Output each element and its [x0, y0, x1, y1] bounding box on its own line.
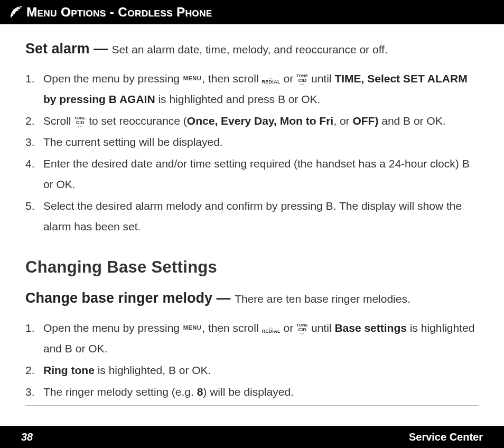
changing-base-heading: Changing Base Settings [25, 252, 479, 282]
list-item: 5. Select the desired alarm melody and c… [25, 196, 479, 237]
step-body: Enter the desired date and/or time setti… [43, 154, 479, 195]
set-alarm-desc: Set an alarm date, time, melody, and reo… [112, 43, 388, 55]
page-number: 38 [21, 431, 33, 443]
menu-key-icon: MENU [183, 75, 202, 81]
step-number: 3. [25, 132, 43, 153]
step-body: Select the desired alarm melody and conf… [43, 196, 479, 237]
step-number: 4. [25, 154, 43, 195]
step-number: 2. [25, 111, 43, 132]
redial-up-key-icon: ︿REDIAL [262, 76, 280, 85]
bold-text: OFF) [352, 115, 378, 127]
list-item: 4. Enter the desired date and/or time se… [25, 154, 479, 195]
footer-bar: 38 Service Center [0, 426, 504, 448]
list-item: 3. The ringer melody setting (e.g. 8) wi… [25, 382, 479, 403]
bold-text: Base settings [334, 322, 407, 334]
redial-up-key-icon: ︿REDIAL [262, 325, 280, 334]
step-body: Scroll TONECID﹀ to set reoccurance (Once… [43, 111, 479, 132]
tone-cid-down-key-icon: TONECID﹀ [296, 323, 308, 336]
step-body: Ring tone is highlighted, B or OK. [43, 360, 479, 381]
step-number: 3. [25, 382, 43, 403]
step-body: Open the menu by pressing MENU, then scr… [43, 318, 479, 359]
page-content: Set alarm — Set an alarm date, time, mel… [0, 24, 504, 426]
step-body: Open the menu by pressing MENU, then scr… [43, 69, 479, 110]
header-bar: Menu Options - Cordless Phone [0, 0, 504, 24]
list-item: 3. The current setting will be displayed… [25, 132, 479, 153]
set-alarm-steps: 1. Open the menu by pressing MENU, then … [25, 69, 479, 237]
change-ringer-desc: There are ten base ringer melodies. [235, 293, 410, 305]
set-alarm-heading: Set alarm [25, 41, 90, 57]
dash: — [212, 290, 235, 306]
menu-key-icon: MENU [183, 324, 202, 331]
bold-text: Once, Every Day, Mon to Fri [187, 115, 333, 127]
signal-arc-icon [10, 5, 23, 19]
change-ringer-heading: Change base ringer melody [25, 290, 212, 306]
manual-page: Menu Options - Cordless Phone Set alarm … [0, 0, 504, 448]
list-item: 2. Scroll TONECID﹀ to set reoccurance (O… [25, 111, 479, 132]
step-number: 1. [25, 318, 43, 359]
bold-text: Ring tone [43, 364, 95, 376]
section-set-alarm: Set alarm — Set an alarm date, time, mel… [25, 36, 479, 237]
change-ringer-steps: 1. Open the menu by pressing MENU, then … [25, 318, 479, 402]
list-item: 1. Open the menu by pressing MENU, then … [25, 69, 479, 110]
section-change-ringer: Change base ringer melody — There are te… [25, 285, 479, 402]
header-title: Menu Options - Cordless Phone [26, 5, 212, 20]
divider [25, 405, 479, 406]
step-number: 5. [25, 196, 43, 237]
step-number: 2. [25, 360, 43, 381]
step-body: The current setting will be displayed. [43, 132, 479, 153]
dash: — [90, 41, 112, 57]
list-item: 1. Open the menu by pressing MENU, then … [25, 318, 479, 359]
tone-cid-down-key-icon: TONECID﹀ [74, 116, 86, 129]
service-center-label: Service Center [409, 431, 483, 443]
step-number: 1. [25, 69, 43, 110]
tone-cid-down-key-icon: TONECID﹀ [296, 74, 308, 87]
list-item: 2. Ring tone is highlighted, B or OK. [25, 360, 479, 381]
step-body: The ringer melody setting (e.g. 8) will … [43, 382, 479, 403]
bold-text: 8 [197, 386, 203, 398]
